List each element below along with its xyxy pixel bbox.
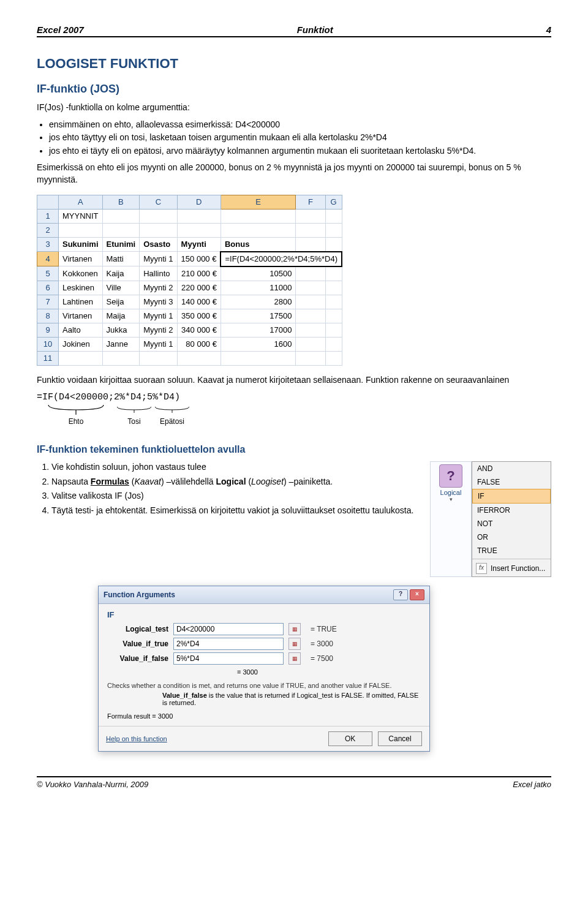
cell[interactable]: Myynti 2 (140, 281, 177, 295)
heading-3: IF-funktion tekeminen funktioluettelon a… (37, 444, 551, 455)
range-picker-icon[interactable]: ▦ (288, 652, 301, 665)
page-footer: © Vuokko Vanhala-Nurmi, 2009 Excel jatko (37, 776, 551, 789)
arg-value-if-true: Value_if_true ▦ = 3000 (107, 638, 421, 650)
insert-function-label: Insert Function... (491, 564, 545, 573)
row-6[interactable]: 6 (37, 281, 59, 295)
hdr-sukunimi[interactable]: Sukunimi (59, 237, 103, 252)
cell[interactable]: Myynti 1 (140, 337, 177, 351)
row-7[interactable]: 7 (37, 295, 59, 309)
label-tosi: Tosi (115, 417, 153, 426)
col-C[interactable]: C (140, 195, 177, 209)
row-2[interactable]: 2 (37, 223, 59, 237)
col-E[interactable]: E (221, 195, 296, 209)
col-F[interactable]: F (296, 195, 325, 209)
cell[interactable]: Myynti 2 (140, 323, 177, 337)
dialog-titlebar[interactable]: Function Arguments ? × (99, 586, 429, 604)
menu-if[interactable]: IF (472, 489, 551, 504)
col-G[interactable]: G (325, 195, 342, 209)
cell[interactable]: Myynti 1 (140, 309, 177, 323)
cell[interactable]: 140 000 € (177, 295, 221, 309)
cell[interactable]: 210 000 € (177, 266, 221, 281)
cell[interactable]: 17500 (221, 309, 296, 323)
arg-logical-test: Logical_test ▦ = TRUE (107, 623, 421, 635)
cell[interactable]: 17000 (221, 323, 296, 337)
cell-formula[interactable]: =IF(D4<200000;2%*D4;5%*D4) (221, 252, 342, 266)
range-picker-icon[interactable]: ▦ (288, 638, 301, 650)
row-5[interactable]: 5 (37, 266, 59, 281)
cell[interactable]: Myynti 3 (140, 295, 177, 309)
row-8[interactable]: 8 (37, 309, 59, 323)
cell[interactable]: Hallinto (140, 266, 177, 281)
cell[interactable]: 220 000 € (177, 281, 221, 295)
header-left: Excel 2007 (37, 25, 84, 35)
menu-iferror[interactable]: IFERROR (472, 504, 551, 517)
col-A[interactable]: A (59, 195, 103, 209)
intro-text: IF(Jos) -funktiolla on kolme argumenttia… (37, 102, 551, 114)
logical-button[interactable]: ? Logical ▾ (430, 461, 472, 577)
cell[interactable]: Maija (102, 309, 140, 323)
row-11[interactable]: 11 (37, 351, 59, 365)
arg-result: = 7500 (311, 654, 333, 663)
cell[interactable]: 150 000 € (177, 252, 221, 266)
hdr-myynti[interactable]: Myynti (177, 237, 221, 252)
cell[interactable]: Kaija (102, 266, 140, 281)
cell[interactable]: Aalto (59, 323, 103, 337)
cell[interactable]: Myynti 1 (140, 252, 177, 266)
cancel-button[interactable]: Cancel (378, 731, 422, 746)
heading-2: IF-funktio (JOS) (37, 83, 551, 96)
hdr-bonus[interactable]: Bonus (221, 237, 296, 252)
row-1[interactable]: 1 (37, 209, 59, 223)
row-4[interactable]: 4 (37, 252, 59, 266)
row-3[interactable]: 3 (37, 237, 59, 252)
chevron-down-icon: ▾ (450, 496, 453, 502)
formulas-link: Formulas (91, 477, 129, 486)
menu-or[interactable]: OR (472, 530, 551, 544)
cell[interactable]: Kokkonen (59, 266, 103, 281)
arg-label: Value_if_false (107, 654, 168, 663)
cell[interactable]: Leskinen (59, 281, 103, 295)
cell[interactable]: Jukka (102, 323, 140, 337)
row-10[interactable]: 10 (37, 337, 59, 351)
cell[interactable]: Jokinen (59, 337, 103, 351)
menu-false[interactable]: FALSE (472, 475, 551, 489)
cell[interactable]: Seija (102, 295, 140, 309)
hdr-etunimi[interactable]: Etunimi (102, 237, 140, 252)
cell[interactable]: Lahtinen (59, 295, 103, 309)
range-picker-icon[interactable]: ▦ (288, 623, 301, 635)
cell[interactable]: Ville (102, 281, 140, 295)
cell[interactable]: 11000 (221, 281, 296, 295)
ok-button[interactable]: OK (328, 731, 372, 746)
col-B[interactable]: B (102, 195, 140, 209)
col-D[interactable]: D (177, 195, 221, 209)
cell[interactable]: 80 000 € (177, 337, 221, 351)
arg-result: = TRUE (311, 625, 337, 633)
cell[interactable]: Virtanen (59, 252, 103, 266)
close-icon[interactable]: × (410, 589, 424, 600)
cell[interactable]: 340 000 € (177, 323, 221, 337)
cell-A1[interactable]: MYYNNIT (59, 209, 103, 223)
cell[interactable]: Matti (102, 252, 140, 266)
header-center: Funktiot (297, 25, 333, 35)
cell[interactable]: 350 000 € (177, 309, 221, 323)
row-9[interactable]: 9 (37, 323, 59, 337)
arg-input-logical-test[interactable] (173, 623, 284, 635)
menu-not[interactable]: NOT (472, 517, 551, 530)
example-text: Esimerkissä on ehto eli jos myynti on al… (37, 162, 551, 186)
corner-cell[interactable] (37, 195, 59, 209)
function-arguments-dialog: Function Arguments ? × IF Logical_test ▦… (98, 586, 430, 752)
cell[interactable]: Virtanen (59, 309, 103, 323)
menu-true[interactable]: TRUE (472, 544, 551, 557)
menu-insert-function[interactable]: fx Insert Function... (472, 561, 551, 576)
label-ehto: Ehto (37, 417, 115, 426)
cell[interactable]: 10500 (221, 266, 296, 281)
cell[interactable]: 2800 (221, 295, 296, 309)
arg-value-if-false: Value_if_false ▦ = 7500 (107, 652, 421, 665)
arg-input-value-if-true[interactable] (173, 638, 284, 650)
cell[interactable]: Janne (102, 337, 140, 351)
arg-input-value-if-false[interactable] (173, 652, 284, 665)
help-icon[interactable]: ? (393, 589, 408, 600)
hdr-osasto[interactable]: Osasto (140, 237, 177, 252)
help-link[interactable]: Help on this function (106, 735, 167, 742)
menu-and[interactable]: AND (472, 462, 551, 475)
cell[interactable]: 1600 (221, 337, 296, 351)
